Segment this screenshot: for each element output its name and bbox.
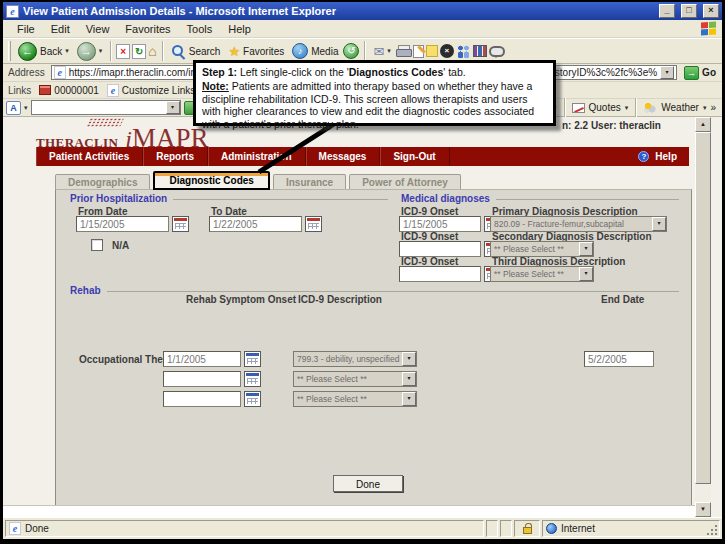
rehab-onset-calendar-icon-2[interactable] <box>244 371 261 387</box>
refresh-button[interactable]: ↻ <box>132 44 146 59</box>
weather-icon <box>643 102 657 113</box>
rehab-icd9-select-2[interactable]: ** Please Select ** ▾ <box>293 371 417 387</box>
forward-icon: → <box>77 42 96 61</box>
stop-button[interactable]: × <box>116 44 130 59</box>
dropdown-icon[interactable]: ▾ <box>402 372 416 386</box>
tab-demographics[interactable]: Demographics <box>55 174 150 190</box>
quotes-dropdown-icon[interactable]: ▾ <box>625 104 629 112</box>
from-date-input[interactable] <box>76 216 169 232</box>
a-toolbar-icon[interactable]: A <box>6 101 21 115</box>
tab-insurance[interactable]: Insurance <box>273 174 346 190</box>
rehab-icd9-select-3[interactable]: ** Please Select ** ▾ <box>293 391 417 407</box>
link-item-patient-id[interactable]: 00000001 <box>37 85 101 96</box>
from-date-calendar-icon[interactable] <box>172 216 189 232</box>
close-button[interactable]: × <box>703 4 719 18</box>
search-toolbar-button[interactable]: Search <box>168 44 224 59</box>
page-scrollbar[interactable]: ▲ ▼ <box>695 117 711 517</box>
address-dropdown-icon[interactable]: ▾ <box>660 66 674 79</box>
rehab-end-date-input[interactable] <box>584 351 654 367</box>
search-combo-input[interactable]: ▾ <box>31 100 181 115</box>
tab-diagnostic-codes[interactable]: Diagnostic Codes <box>153 171 269 190</box>
third-diagnosis-select[interactable]: ** Please Select ** ▾ <box>490 266 594 282</box>
icd9-onset-input-1[interactable] <box>399 216 481 232</box>
toolbar-separator <box>364 41 365 61</box>
quotes-button[interactable]: Quotes <box>589 102 621 113</box>
rehab-onset-input-1[interactable] <box>163 351 241 367</box>
address-label: Address <box>6 67 47 78</box>
maximize-button[interactable]: □ <box>681 4 697 18</box>
menu-view[interactable]: View <box>78 23 118 35</box>
menu-favorites[interactable]: Favorites <box>117 23 178 35</box>
mail-button[interactable]: ✉ ▾ <box>370 44 393 59</box>
favorites-button[interactable]: ★ Favorites <box>225 44 287 59</box>
status-page-icon: e <box>9 522 21 535</box>
weather-dropdown-icon[interactable]: ▾ <box>703 104 707 112</box>
nav-reports[interactable]: Reports <box>143 147 208 166</box>
rehab-onset-input-3[interactable] <box>163 391 241 407</box>
discuss-button[interactable] <box>426 45 438 57</box>
rehab-icd9-select-1[interactable]: 799.3 - debility, unspecified ▾ <box>293 351 417 367</box>
scroll-up-button[interactable]: ▲ <box>695 117 711 132</box>
edit-button[interactable] <box>413 45 424 58</box>
nav-help[interactable]: ? Help <box>638 147 689 166</box>
mail-dropdown-icon[interactable]: ▾ <box>387 47 391 55</box>
print-button[interactable] <box>396 45 411 57</box>
to-date-input[interactable] <box>209 216 302 232</box>
nav-messages[interactable]: Messages <box>306 147 381 166</box>
nav-sign-out[interactable]: Sign-Out <box>380 147 449 166</box>
dropdown-icon[interactable]: ▾ <box>402 392 416 406</box>
secondary-diagnosis-select[interactable]: ** Please Select ** ▾ <box>490 241 594 257</box>
history-button[interactable]: ↺ <box>343 43 359 59</box>
chat-icon[interactable] <box>489 46 505 57</box>
to-date-calendar-icon[interactable] <box>305 216 322 232</box>
scroll-down-button[interactable]: ▼ <box>695 502 711 517</box>
forward-button[interactable]: → ▾ <box>74 42 106 61</box>
rehab-onset-calendar-icon-1[interactable] <box>244 351 261 367</box>
status-pane-empty <box>486 520 498 537</box>
back-button[interactable]: ← Back ▾ <box>15 42 72 61</box>
a-dropdown-icon[interactable]: ▾ <box>24 104 28 112</box>
toolbar-right-cluster: ▾ Quotes ▾ Weather ▾ » <box>553 99 716 116</box>
contacts-icon[interactable] <box>456 45 471 58</box>
done-button[interactable]: Done <box>333 475 403 492</box>
home-button[interactable]: ⌂ <box>148 43 156 59</box>
messenger-button[interactable]: × <box>440 44 454 58</box>
status-bar: e Done Internet <box>3 517 722 539</box>
icd9-onset-input-3[interactable] <box>399 266 481 282</box>
selected-value: ** Please Select ** <box>494 269 564 279</box>
icd9-onset-input-2[interactable] <box>399 241 481 257</box>
menu-edit[interactable]: Edit <box>43 23 78 35</box>
dropdown-icon[interactable]: ▾ <box>652 217 666 231</box>
media-button[interactable]: ♪ Media <box>289 43 341 59</box>
go-button[interactable]: → Go <box>681 66 719 80</box>
forward-dropdown-icon[interactable]: ▾ <box>99 47 103 55</box>
link-label: Customize Links <box>122 85 195 96</box>
back-dropdown-icon[interactable]: ▾ <box>65 47 69 55</box>
combo-dropdown-icon[interactable]: ▾ <box>166 101 180 114</box>
menu-help[interactable]: Help <box>220 23 259 35</box>
toolbar-grip[interactable] <box>8 41 11 61</box>
weather-button[interactable]: Weather <box>661 102 699 113</box>
step-label: Step 1: <box>202 66 237 78</box>
resize-grip[interactable] <box>707 524 718 535</box>
nav-administration[interactable]: Administration <box>208 147 306 166</box>
research-icon[interactable] <box>473 45 487 57</box>
section-title: Medical diagnoses <box>401 193 490 204</box>
menu-tools[interactable]: Tools <box>179 23 221 35</box>
menu-file[interactable]: File <box>9 23 43 35</box>
toolbar-separator <box>162 41 163 61</box>
rehab-onset-input-2[interactable] <box>163 371 241 387</box>
more-toolbar-chevron[interactable]: » <box>710 102 716 113</box>
link-item-customize[interactable]: e Customize Links <box>105 84 197 97</box>
nav-patient-activities[interactable]: Patient Activities <box>36 147 143 166</box>
na-checkbox[interactable] <box>91 239 103 251</box>
dropdown-icon[interactable]: ▾ <box>579 242 593 256</box>
primary-diagnosis-select[interactable]: 820.09 - Fracture-femur,subcapital ▾ <box>490 216 667 232</box>
dropdown-icon[interactable]: ▾ <box>402 352 416 366</box>
scroll-thumb[interactable] <box>695 132 711 484</box>
tab-power-of-attorney[interactable]: Power of Attorney <box>349 174 461 190</box>
dropdown-icon[interactable]: ▾ <box>579 267 593 281</box>
search-icon <box>171 44 186 59</box>
rehab-onset-calendar-icon-3[interactable] <box>244 391 261 407</box>
minimize-button[interactable]: _ <box>659 4 675 18</box>
